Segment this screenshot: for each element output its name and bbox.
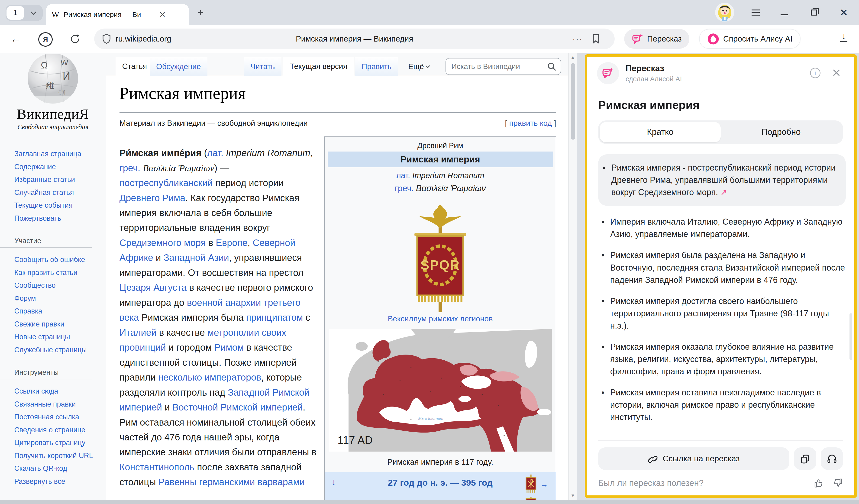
scroll-up-arrow[interactable]: ▲ <box>569 55 577 60</box>
sidebar-link[interactable]: Справка <box>14 305 106 318</box>
window-bottom-edge <box>0 500 859 504</box>
retell-button[interactable]: Пересказ <box>624 29 689 49</box>
sidebar-link[interactable]: Получить короткий URL <box>14 449 96 462</box>
tab-group-button[interactable]: 1 <box>5 5 43 21</box>
panel-header: Пересказ сделан Алисой AI <box>597 62 682 84</box>
listen-button[interactable] <box>821 447 843 470</box>
svg-text:И: И <box>63 70 70 82</box>
close-window-button[interactable]: ✕ <box>838 6 850 18</box>
back-button[interactable]: ← <box>9 32 23 46</box>
wiki-search-input[interactable] <box>450 62 547 72</box>
sidebar-section-tools: Инструменты <box>0 368 92 379</box>
browser-tab[interactable]: W Римская империя — Ви ✕ <box>46 4 189 25</box>
address-toolbar: ← Я ru.wikipedia.org Римская империя — В… <box>0 25 859 53</box>
tab-group-count: 1 <box>6 6 24 20</box>
retell-icon <box>632 33 644 45</box>
sidebar-link[interactable]: Текущие события <box>14 199 106 212</box>
empire-map-image[interactable]: Mare Internum 117 AD <box>329 329 552 454</box>
tab-more-dropdown[interactable]: Ещё <box>402 57 436 76</box>
summary-bullet-highlighted: • Римская империя - постреспубликанский … <box>598 154 846 206</box>
thumbs-down-icon[interactable] <box>832 477 843 488</box>
info-icon[interactable]: i <box>810 68 820 78</box>
browser-menu-button[interactable] <box>750 6 762 18</box>
tab-close-icon[interactable]: ✕ <box>159 10 166 19</box>
sidebar-link[interactable]: Избранные статьи <box>14 173 106 186</box>
infobox-latin-name: лат. Imperium Romanum <box>328 171 553 180</box>
tab-talk[interactable]: Обсуждение <box>150 57 208 76</box>
summary-bullet: •Римская империя оказала глубокое влияни… <box>598 341 846 378</box>
feedback-question: Был ли пересказ полезен? <box>598 478 814 488</box>
vexillum-image[interactable]: SPQR <box>399 200 481 312</box>
wikipedia-globe-logo[interactable]: Ω W И 維 ி <box>24 54 81 105</box>
yandex-services-button[interactable]: Я <box>38 32 52 46</box>
panel-subtitle: сделан Алисой AI <box>626 75 682 83</box>
infobox: Древний Рим Римская империя лат. Imperiu… <box>325 136 556 500</box>
sidebar-link[interactable]: Как править статьи <box>14 266 106 279</box>
article-lead-paragraph: Ри́мская импе́рия (лат. Imperium Romanum… <box>120 146 320 490</box>
vexillum-caption[interactable]: Вексиллум римских легионов <box>328 315 553 323</box>
sidebar-link[interactable]: Новые страницы <box>14 331 106 343</box>
sidebar-link[interactable]: Сообщество <box>14 279 106 292</box>
sidebar-link[interactable]: Служебные страницы <box>14 343 106 356</box>
profile-avatar[interactable] <box>715 3 734 22</box>
sidebar-link[interactable]: Развернуть всё <box>14 475 96 488</box>
tab-brief[interactable]: Кратко <box>600 122 721 142</box>
sidebar-tools-nav: Ссылки сюдаСвязанные правкиПостоянная сс… <box>0 385 106 488</box>
sidebar-link[interactable]: Содержание <box>14 161 106 173</box>
panel-scrollbar-thumb[interactable] <box>849 313 852 360</box>
address-bar[interactable]: ru.wikipedia.org Римская империя — Викип… <box>94 29 615 49</box>
sidebar-link[interactable]: Связанные правки <box>14 398 96 411</box>
tab-current-version[interactable]: Текущая версия <box>283 57 354 76</box>
restore-button[interactable] <box>808 6 820 18</box>
sidebar-link[interactable]: Случайная статья <box>14 186 106 199</box>
edit-source-link[interactable]: [ править код ] <box>505 119 556 128</box>
summary-mode-switch: Кратко Подробно <box>598 120 843 144</box>
sidebar-link[interactable]: Постоянная ссылка <box>14 411 96 424</box>
retell-button-label: Пересказ <box>647 34 682 43</box>
copy-button[interactable] <box>794 447 816 470</box>
right-arrow-icon[interactable]: → <box>540 480 548 489</box>
new-tab-button[interactable]: + <box>194 6 207 19</box>
wikipedia-page: Ω W И 維 ி ВикипедиЯ Свободная энциклопед… <box>0 53 577 500</box>
empire-period-link[interactable]: 27 год до н. э. — 395 год <box>325 478 556 488</box>
retell-link-label: Ссылка на пересказ <box>663 454 740 463</box>
ask-alice-button[interactable]: Спросить Алису AI <box>699 29 800 49</box>
source-link-arrow-icon[interactable]: ↗ <box>721 188 727 197</box>
dotted-banner-icon[interactable] <box>524 497 538 500</box>
retell-panel: Пересказ сделан Алисой AI i ✕ Римская им… <box>585 54 857 498</box>
down-arrow-icon[interactable]: ↓ <box>331 477 336 487</box>
sidebar-link[interactable]: Цитировать страницу <box>14 436 96 449</box>
sidebar-section-participation: Участие <box>0 237 92 248</box>
sidebar-link[interactable]: Ссылки сюда <box>14 385 96 398</box>
wiki-search-box[interactable] <box>446 58 561 75</box>
scrollbar-thumb[interactable] <box>571 63 575 140</box>
sidebar-link[interactable]: Свежие правки <box>14 318 106 331</box>
sidebar-link[interactable]: Пожертвовать <box>14 212 106 225</box>
scroll-down-arrow[interactable]: ▼ <box>569 493 577 498</box>
panel-close-icon[interactable]: ✕ <box>832 66 841 80</box>
tab-bar: 1 W Римская империя — Ви ✕ + ✕ <box>0 0 859 25</box>
extensions-menu-icon[interactable]: ··· <box>573 35 583 43</box>
sidebar-link[interactable]: Форум <box>14 292 106 305</box>
sidebar-link[interactable]: Сведения о странице <box>14 424 96 437</box>
refresh-button[interactable] <box>68 32 82 46</box>
svg-text:SPQR: SPQR <box>420 258 460 272</box>
minimize-button[interactable] <box>778 6 790 18</box>
sidebar-link[interactable]: Заглавная страница <box>14 147 106 161</box>
labarum-banner-icon[interactable] <box>524 475 538 494</box>
sidebar-link[interactable]: Сообщить об ошибке <box>14 253 106 266</box>
tab-edit[interactable]: Править <box>355 57 398 76</box>
retell-link-button[interactable]: Ссылка на пересказ <box>598 447 789 470</box>
wikipedia-wordmark[interactable]: ВикипедиЯ <box>0 106 106 122</box>
bookmark-icon[interactable] <box>591 34 601 44</box>
thumbs-up-icon[interactable] <box>814 477 825 488</box>
search-icon[interactable] <box>547 62 556 71</box>
downloads-button[interactable]: ↓ <box>837 31 850 45</box>
tab-read[interactable]: Читать <box>244 57 282 76</box>
tab-article[interactable]: Статья <box>116 57 153 76</box>
infobox-supertitle[interactable]: Древний Рим <box>328 141 553 150</box>
summary-bullet: •Римская империя достигла своего наиболь… <box>598 295 846 332</box>
tab-detailed[interactable]: Подробно <box>721 122 842 142</box>
sidebar-link[interactable]: Скачать QR-код <box>14 462 96 475</box>
page-scrollbar[interactable]: ▲ ▼ <box>568 53 577 500</box>
